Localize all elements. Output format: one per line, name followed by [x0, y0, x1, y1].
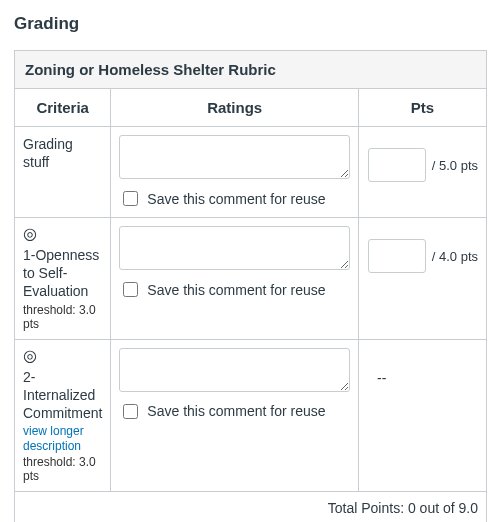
col-header-ratings: Ratings: [111, 89, 359, 127]
threshold-text: threshold: 3.0 pts: [23, 303, 102, 331]
reuse-checkbox[interactable]: [123, 282, 138, 297]
total-row: Total Points: 0 out of 9.0: [15, 491, 487, 522]
reuse-label[interactable]: Save this comment for reuse: [119, 279, 350, 300]
rubric-row: Grading stuff Save this comment for reus…: [15, 127, 487, 218]
criterion-name: Grading stuff: [23, 135, 102, 171]
rubric-row: ◎ 2-Internalized Commitment view longer …: [15, 339, 487, 491]
points-input[interactable]: [368, 148, 426, 182]
points-suffix: / 5.0 pts: [432, 158, 478, 173]
criterion-name: 1-Openness to Self-Evaluation: [23, 246, 102, 301]
total-points-text: Total Points: 0 out of 9.0: [15, 491, 487, 522]
reuse-checkbox[interactable]: [123, 191, 138, 206]
reuse-label[interactable]: Save this comment for reuse: [119, 188, 350, 209]
rubric-table: Zoning or Homeless Shelter Rubric Criter…: [14, 50, 487, 522]
view-longer-description-link[interactable]: view longer description: [23, 424, 102, 453]
reuse-text: Save this comment for reuse: [147, 282, 325, 298]
reuse-text: Save this comment for reuse: [147, 191, 325, 207]
rubric-title: Zoning or Homeless Shelter Rubric: [15, 51, 487, 89]
comment-textarea[interactable]: [119, 226, 350, 270]
grading-heading: Grading: [14, 14, 487, 34]
comment-textarea[interactable]: [119, 135, 350, 179]
rubric-row: ◎ 1-Openness to Self-Evaluation threshol…: [15, 218, 487, 340]
target-icon: ◎: [23, 226, 102, 242]
comment-textarea[interactable]: [119, 348, 350, 392]
reuse-label[interactable]: Save this comment for reuse: [119, 401, 350, 422]
col-header-criteria: Criteria: [15, 89, 111, 127]
target-icon: ◎: [23, 348, 102, 364]
col-header-pts: Pts: [359, 89, 487, 127]
threshold-text: threshold: 3.0 pts: [23, 455, 102, 483]
reuse-text: Save this comment for reuse: [147, 403, 325, 419]
criterion-name: 2-Internalized Commitment: [23, 368, 102, 423]
points-input[interactable]: [368, 239, 426, 273]
points-dash: --: [367, 348, 478, 408]
reuse-checkbox[interactable]: [123, 404, 138, 419]
points-suffix: / 4.0 pts: [432, 249, 478, 264]
